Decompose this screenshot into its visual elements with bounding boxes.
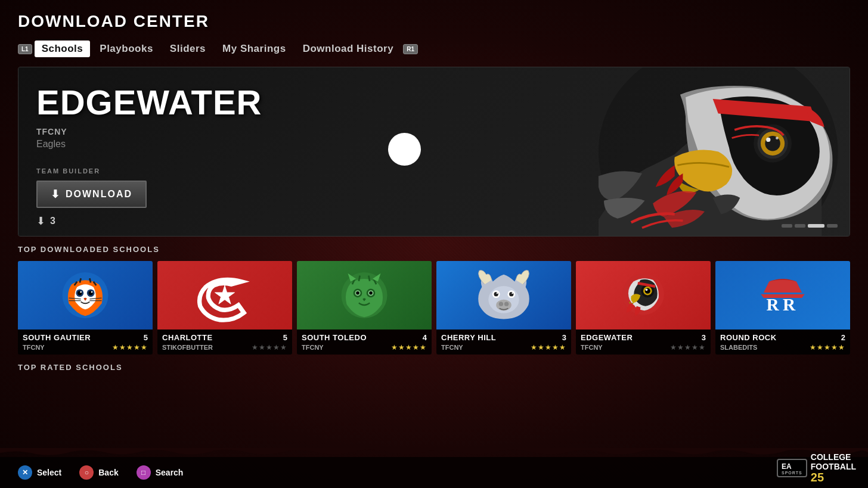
charlotte-logo <box>192 267 258 324</box>
top-rated-header: TOP RATED SCHOOLS <box>18 363 850 372</box>
moon-circle <box>388 133 421 166</box>
school-stars-5: ★★★★★ <box>670 343 706 352</box>
eagle-logo <box>522 67 850 236</box>
tab-sliders[interactable]: Sliders <box>163 41 213 57</box>
tab-schools[interactable]: Schools <box>35 41 91 57</box>
school-creator-6: SLABEDITS <box>720 344 757 351</box>
school-card-bottom-3: TFCNY ★★★★★ <box>302 343 427 352</box>
nav-badge-right: R1 <box>403 44 418 54</box>
school-card-bottom-6: SLABEDITS ★★★★★ <box>720 343 845 352</box>
action-select: ✕ Select <box>18 465 61 480</box>
school-name-2: CHARLOTTE <box>162 333 213 342</box>
school-card-bottom-5: TFCNY ★★★★★ <box>581 343 706 352</box>
nav-dot-1 <box>782 224 792 228</box>
school-stars-3: ★★★★★ <box>391 343 427 352</box>
school-card-image-5 <box>576 261 711 330</box>
school-card-cherry-hill[interactable]: CHERRY HILL 3 TFCNY ★★★★★ <box>436 261 571 355</box>
tab-download-history[interactable]: Download History <box>296 41 401 57</box>
cf-subtitle: FOOTBALL <box>811 462 856 471</box>
bottom-nav: ✕ Select ○ Back □ Search EA SPORTS COLLE… <box>0 457 868 488</box>
school-card-south-toledo[interactable]: SOUTH TOLEDO 4 TFCNY ★★★★★ <box>297 261 432 355</box>
svg-point-13 <box>91 291 93 293</box>
school-creator-2: STIKOFBUTTER <box>162 344 213 351</box>
school-creator-5: TFCNY <box>581 344 603 351</box>
cf-title: COLLEGE <box>811 453 856 462</box>
school-name-3: SOUTH TOLEDO <box>302 333 367 342</box>
school-card-round-rock[interactable]: R R ROUND ROCK 2 SLABEDITS ★★★★★ <box>715 261 850 355</box>
school-card-charlotte[interactable]: CHARLOTTE 5 STIKOFBUTTER ★★★★★ <box>157 261 292 355</box>
school-card-edgewater[interactable]: EDGEWATER 3 TFCNY ★★★★★ <box>576 261 711 355</box>
school-card-south-gautier[interactable]: SOUTH GAUTIER 5 TFCNY ★★★★★ <box>18 261 153 355</box>
cf-logo-text: COLLEGE FOOTBALL 25 <box>811 453 856 483</box>
action-back-label: Back <box>98 468 118 477</box>
svg-point-34 <box>499 302 503 306</box>
school-card-top-3: SOUTH TOLEDO 4 <box>302 333 427 342</box>
featured-mascot: Eagles <box>36 139 262 150</box>
svg-point-39 <box>645 288 650 294</box>
school-count-6: 2 <box>841 333 845 342</box>
school-card-image-3 <box>297 261 432 330</box>
svg-point-32 <box>512 292 513 294</box>
featured-card: EDGEWATER TFCNY Eagles TEAM BUILDER ⬇ DO… <box>18 67 850 237</box>
nav-dots <box>782 224 838 228</box>
edgewater-logo <box>610 267 676 324</box>
download-button[interactable]: ⬇ DOWNLOAD <box>36 181 147 208</box>
school-stars-1: ★★★★★ <box>112 343 148 352</box>
ea-badge: EA SPORTS <box>777 459 807 477</box>
svg-point-24 <box>356 291 359 295</box>
featured-content: EDGEWATER TFCNY Eagles TEAM BUILDER ⬇ DO… <box>36 85 262 208</box>
cf-year: 25 <box>811 471 856 483</box>
ea-logo: EA SPORTS COLLEGE FOOTBALL 25 <box>777 453 856 483</box>
school-name-6: ROUND ROCK <box>720 333 777 342</box>
schools-grid: SOUTH GAUTIER 5 TFCNY ★★★★★ <box>18 261 850 355</box>
nav-dot-2 <box>795 224 805 228</box>
svg-point-40 <box>646 289 648 291</box>
tab-playbooks[interactable]: Playbooks <box>92 41 160 57</box>
download-count: 3 <box>50 216 55 226</box>
school-count-2: 5 <box>283 333 287 342</box>
svg-point-35 <box>504 302 509 306</box>
btn-o: ○ <box>79 465 94 480</box>
school-card-image-2 <box>157 261 292 330</box>
ea-text: EA <box>782 462 792 471</box>
featured-team-name: EDGEWATER <box>36 85 262 120</box>
download-icon-footer: ⬇ <box>36 215 45 228</box>
school-name-5: EDGEWATER <box>581 333 633 342</box>
download-icon: ⬇ <box>51 188 61 201</box>
school-name-1: SOUTH GAUTIER <box>23 333 91 342</box>
school-creator-1: TFCNY <box>23 344 45 351</box>
school-creator-3: TFCNY <box>302 344 324 351</box>
nav-dot-3 <box>808 224 824 228</box>
school-card-top-6: ROUND ROCK 2 <box>720 333 845 342</box>
school-card-info-5: EDGEWATER 3 TFCNY ★★★★★ <box>576 330 711 355</box>
school-count-1: 5 <box>144 333 148 342</box>
school-stars-2: ★★★★★ <box>252 343 287 352</box>
download-btn-label: DOWNLOAD <box>66 189 132 200</box>
school-count-5: 3 <box>702 333 706 342</box>
school-card-bottom-1: TFCNY ★★★★★ <box>23 343 148 352</box>
action-back: ○ Back <box>79 465 118 480</box>
school-card-top-5: EDGEWATER 3 <box>581 333 706 342</box>
south-gautier-logo <box>52 267 118 324</box>
top-downloaded-header: TOP DOWNLOADED SCHOOLS <box>18 245 850 254</box>
svg-point-25 <box>369 291 373 295</box>
nav-dot-4 <box>827 224 838 228</box>
action-search-label: Search <box>156 468 184 477</box>
svg-point-31 <box>497 292 498 294</box>
school-card-image-1 <box>18 261 153 330</box>
school-card-info-4: CHERRY HILL 3 TFCNY ★★★★★ <box>436 330 571 355</box>
school-card-image-6: R R <box>715 261 850 330</box>
action-select-label: Select <box>37 468 61 477</box>
nav-tabs: L1 Schools Playbooks Sliders My Sharings… <box>18 41 850 57</box>
featured-footer: ⬇ 3 <box>36 215 55 228</box>
featured-label: TEAM BUILDER <box>36 167 262 175</box>
svg-point-5 <box>766 138 770 142</box>
school-card-info-2: CHARLOTTE 5 STIKOFBUTTER ★★★★★ <box>157 330 292 355</box>
svg-text:R: R <box>767 295 780 314</box>
school-count-3: 4 <box>423 333 427 342</box>
svg-point-33 <box>496 300 512 310</box>
school-stars-6: ★★★★★ <box>810 343 845 352</box>
tab-my-sharings[interactable]: My Sharings <box>215 41 293 57</box>
ea-sports-text: SPORTS <box>782 471 802 475</box>
page-wrapper: DOWNLOAD CENTER L1 Schools Playbooks Sli… <box>0 0 868 372</box>
